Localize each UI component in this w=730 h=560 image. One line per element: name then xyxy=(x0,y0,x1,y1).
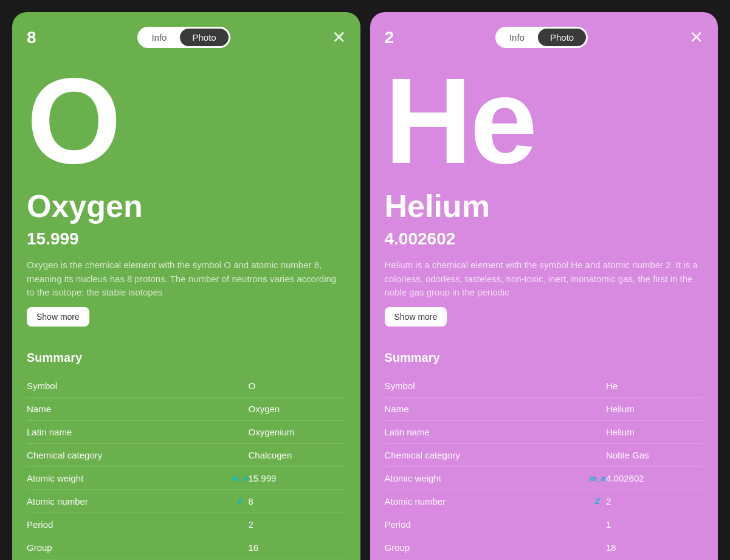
helium-header: 2 Info Photo ✕ xyxy=(385,27,704,48)
table-row: Atomic number Z 2 xyxy=(385,490,704,513)
oxygen-tab-group: Info Photo xyxy=(137,27,230,48)
table-row: Symbol He xyxy=(385,375,704,398)
helium-tab-photo[interactable]: Photo xyxy=(538,29,586,46)
oxygen-description: Oxygen is the chemical element with the … xyxy=(27,258,346,300)
table-row: Period 1 xyxy=(385,513,704,536)
table-row: Period 2 xyxy=(27,513,346,536)
helium-summary: Summary Symbol He Name Helium Latin name… xyxy=(385,351,704,561)
helium-atomic-number: 2 xyxy=(385,28,394,47)
row-label: Period xyxy=(385,519,590,530)
table-row: Atomic weight m_a 4.002602 xyxy=(385,467,704,490)
table-row: Symbol O xyxy=(27,375,346,398)
row-value: 16 xyxy=(249,542,346,553)
oxygen-rows: Symbol O Name Oxygen Latin name Oxygeniu… xyxy=(27,375,346,561)
helium-description: Helium is a chemical element with the sy… xyxy=(385,258,704,300)
row-label: Name xyxy=(27,404,232,414)
helium-symbol: He xyxy=(385,60,704,182)
helium-tab-group: Info Photo xyxy=(495,27,588,48)
oxygen-atomic-number: 8 xyxy=(27,28,36,47)
oxygen-show-more-button[interactable]: Show more xyxy=(27,307,89,327)
row-icon: Z xyxy=(589,497,606,506)
table-row: Atomic number Z 8 xyxy=(27,490,346,513)
row-label: Atomic number xyxy=(27,496,232,506)
helium-close-button[interactable]: ✕ xyxy=(689,29,703,46)
row-value: Chalcogen xyxy=(249,450,346,460)
row-value: 2 xyxy=(606,496,703,506)
oxygen-symbol: O xyxy=(27,60,346,182)
helium-name: Helium xyxy=(385,188,704,224)
table-row: Atomic weight m_a 15.999 xyxy=(27,467,346,490)
table-row: Group 18 xyxy=(385,536,704,559)
row-label: Atomic weight xyxy=(27,473,232,483)
row-value: 1 xyxy=(606,519,703,530)
table-row: Name Helium xyxy=(385,398,704,421)
helium-rows: Symbol He Name Helium Latin name Helium … xyxy=(385,375,704,561)
row-label: Chemical category xyxy=(385,450,590,460)
row-value: Oxygen xyxy=(249,404,346,414)
row-value: He xyxy=(606,381,703,391)
table-row: Group 16 xyxy=(27,536,346,559)
row-value: 15.999 xyxy=(249,473,346,483)
row-label: Latin name xyxy=(385,427,590,437)
row-label: Period xyxy=(27,519,232,530)
table-row: Name Oxygen xyxy=(27,398,346,421)
oxygen-card: 8 Info Photo ✕ O Oxygen 15.999 Oxygen is… xyxy=(12,12,360,560)
row-icon: Z xyxy=(232,497,249,506)
row-label: Symbol xyxy=(385,381,590,391)
oxygen-summary-title: Summary xyxy=(27,351,346,365)
table-row: Latin name Helium xyxy=(385,421,704,444)
row-label: Symbol xyxy=(27,381,232,391)
row-value: Oxygenium xyxy=(249,427,346,437)
row-value: Helium xyxy=(606,404,703,414)
oxygen-tab-photo[interactable]: Photo xyxy=(180,29,228,46)
helium-tab-info[interactable]: Info xyxy=(497,29,537,46)
row-value: 4.002602 xyxy=(606,473,703,483)
row-label: Atomic number xyxy=(385,496,590,506)
row-value: Helium xyxy=(606,427,703,437)
oxygen-summary: Summary Symbol O Name Oxygen Latin name … xyxy=(27,351,346,561)
row-label: Name xyxy=(385,404,590,414)
row-value: 8 xyxy=(249,496,346,506)
oxygen-name: Oxygen xyxy=(27,188,346,224)
row-label: Group xyxy=(27,542,232,553)
row-icon: m_a xyxy=(589,474,606,483)
row-value: O xyxy=(249,381,346,391)
row-label: Latin name xyxy=(27,427,232,437)
oxygen-close-button[interactable]: ✕ xyxy=(332,29,346,46)
row-icon: m_a xyxy=(232,474,249,483)
table-row: Latin name Oxygenium xyxy=(27,421,346,444)
oxygen-atomic-weight: 15.999 xyxy=(27,229,346,249)
row-value: 2 xyxy=(249,519,346,530)
row-label: Atomic weight xyxy=(385,473,590,483)
table-row: Chemical category Chalcogen xyxy=(27,444,346,467)
helium-summary-title: Summary xyxy=(385,351,704,365)
helium-show-more-button[interactable]: Show more xyxy=(385,307,447,327)
helium-card: 2 Info Photo ✕ He Helium 4.002602 Helium… xyxy=(370,12,718,560)
row-value: 18 xyxy=(606,542,703,553)
table-row: Chemical category Noble Gas xyxy=(385,444,704,467)
row-label: Group xyxy=(385,542,590,553)
helium-atomic-weight: 4.002602 xyxy=(385,229,704,249)
oxygen-header: 8 Info Photo ✕ xyxy=(27,27,346,48)
row-value: Noble Gas xyxy=(606,450,703,460)
oxygen-tab-info[interactable]: Info xyxy=(139,29,179,46)
row-label: Chemical category xyxy=(27,450,232,460)
